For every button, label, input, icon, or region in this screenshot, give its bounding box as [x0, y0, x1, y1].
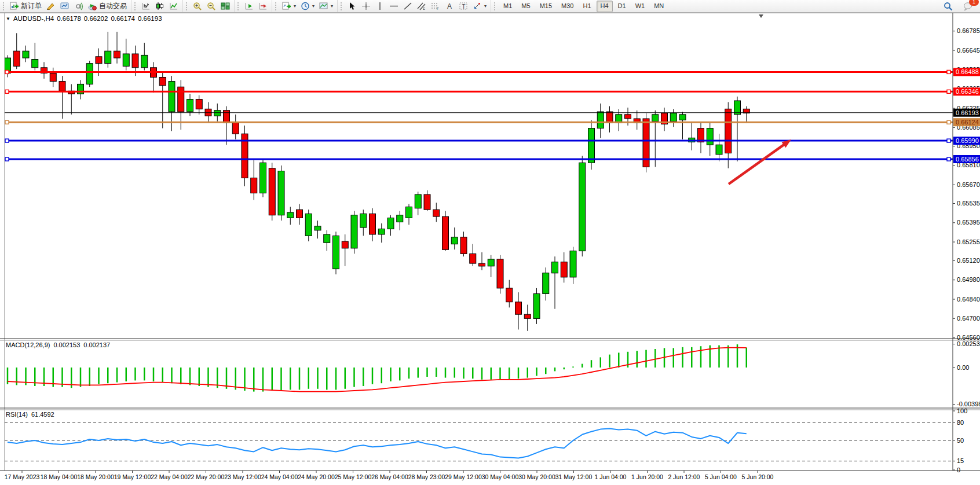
price-tick-label: 0.65395 [957, 219, 980, 226]
rsi-tick-label: 80 [957, 419, 964, 426]
hline-handle-left[interactable] [5, 120, 9, 124]
zoom-in-button[interactable] [191, 1, 204, 12]
auto-scroll-button[interactable] [242, 1, 256, 12]
hline-handle-right[interactable] [947, 120, 950, 124]
styler-button[interactable] [44, 1, 58, 12]
group-grip[interactable] [237, 2, 241, 10]
svg-text:T: T [462, 3, 466, 10]
hline-handle-left[interactable] [5, 70, 9, 74]
hline-0.65856[interactable] [5, 157, 953, 161]
tf-button-M5[interactable]: M5 [517, 1, 534, 12]
trendline-button[interactable] [401, 1, 415, 12]
hline-handle-right[interactable] [947, 70, 950, 74]
group-grip[interactable] [186, 2, 189, 10]
tf-button-M15[interactable]: M15 [536, 1, 556, 12]
tf-button-M1[interactable]: M1 [499, 1, 516, 12]
hline-handle-right[interactable] [947, 157, 950, 161]
clock-icon [301, 2, 310, 10]
hline-handle-left[interactable] [5, 139, 9, 142]
channel-icon: E [417, 2, 426, 10]
time-axis[interactable]: 17 May 202318 May 04:0018 May 20:0019 Ma… [5, 471, 774, 480]
tf-button-W1[interactable]: W1 [631, 1, 649, 12]
candlestick-button[interactable] [153, 1, 167, 12]
toolbar: 新订单自动交易▾▾▾EFAT▾M1M5M15M30H1H4D1W1MN1 [0, 0, 980, 13]
rsi-value: 61.4592 [31, 411, 54, 418]
macd-tick-label: 0.002534 [957, 340, 980, 347]
hline-button[interactable] [387, 1, 401, 12]
chevron-down-icon[interactable]: ▾ [294, 3, 296, 9]
zoom-out-button[interactable] [204, 1, 218, 12]
price-axis[interactable]: 0.667850.666450.665050.663650.662250.660… [953, 27, 980, 341]
low-value: 0.66174 [111, 15, 135, 22]
new-order-icon [10, 2, 19, 10]
indicators-button[interactable]: ▾ [280, 1, 298, 12]
tf-button-H1[interactable]: H1 [579, 1, 595, 12]
collapse-icon[interactable]: ▼ [6, 16, 10, 21]
hline-price-badge: 0.66488 [956, 68, 979, 75]
chart-shift-button[interactable] [256, 1, 270, 12]
tf-button-MN[interactable]: MN [650, 1, 668, 12]
vline-button[interactable] [373, 1, 387, 12]
bar-chart-button[interactable] [139, 1, 153, 12]
time-tick-label: 24 May 04:00 [261, 473, 298, 480]
cursor-button[interactable] [345, 1, 359, 12]
tile-windows-button[interactable] [218, 1, 232, 12]
annotation-arrow[interactable] [729, 139, 791, 184]
tf-button-D1[interactable]: D1 [614, 1, 630, 12]
shapes-button[interactable]: ▾ [470, 1, 489, 12]
toolbar-group-trade: 新订单自动交易 [0, 0, 131, 12]
terminal-button[interactable] [58, 1, 72, 12]
group-grip[interactable] [494, 2, 498, 10]
hline-handle-left[interactable] [5, 90, 9, 93]
label-button[interactable]: T [456, 1, 470, 12]
price-tick-label: 0.65670 [957, 181, 980, 188]
chevron-down-icon[interactable]: ▾ [331, 3, 333, 9]
line-chart-button[interactable] [167, 1, 181, 12]
group-grip[interactable] [275, 2, 279, 10]
time-tick-label: 22 May 04:00 [151, 473, 188, 480]
autotrade-button[interactable]: 自动交易 [86, 1, 129, 12]
hline-handle-right[interactable] [947, 90, 950, 93]
text-button[interactable]: A [443, 1, 456, 12]
indicators-icon [282, 2, 291, 10]
crosshair-button[interactable] [359, 1, 373, 12]
channel-button[interactable]: E [415, 1, 429, 12]
price-chart-canvas[interactable]: 0.667850.666450.665050.663650.662250.660… [0, 13, 980, 485]
tf-button-H4[interactable]: H4 [597, 1, 613, 12]
group-grip[interactable] [134, 2, 138, 10]
candles-layer [5, 32, 750, 331]
hline-0.66488[interactable] [5, 70, 953, 74]
tf-button-M30[interactable]: M30 [557, 1, 577, 12]
hline-handle-right[interactable] [947, 139, 950, 142]
text-box-icon: T [459, 2, 468, 10]
time-tick-label: 24 May 20:00 [298, 473, 335, 480]
hline-0.66124[interactable] [5, 120, 953, 124]
shapes-icon [473, 2, 482, 10]
group-grip[interactable] [341, 2, 344, 10]
group-grip[interactable] [3, 2, 6, 10]
hline-0.66346[interactable] [5, 90, 953, 93]
hline-0.65990[interactable] [5, 139, 953, 142]
periods-button[interactable]: ▾ [298, 1, 317, 12]
time-tick-label: 19 May 12:00 [114, 473, 151, 480]
time-tick-label: 26 May 04:00 [371, 473, 408, 480]
notifications-button[interactable]: 1 [961, 1, 975, 12]
chevron-down-icon[interactable]: ▾ [484, 3, 487, 9]
new-order-button-label: 新订单 [21, 1, 42, 11]
cursor-icon [348, 2, 357, 10]
templates-button[interactable]: ▾ [317, 1, 335, 12]
terminal-icon [60, 2, 70, 10]
chart-window[interactable]: 0.667850.666450.665050.663650.662250.660… [0, 13, 980, 485]
hline-handle-left[interactable] [5, 157, 9, 161]
search-button[interactable] [941, 1, 955, 12]
chart-shift-marker[interactable] [759, 14, 763, 18]
rsi-line [8, 429, 747, 458]
auto-scroll-icon [244, 2, 254, 10]
new-order-button[interactable]: 新订单 [8, 1, 44, 12]
chevron-down-icon[interactable]: ▾ [312, 3, 315, 9]
macd-tick-label: -0.003981 [957, 401, 980, 407]
chart-title: ▼ AUDUSD-,H4 0.66178 0.66202 0.66174 0.6… [6, 15, 162, 22]
fibonacci-button[interactable]: F [429, 1, 443, 12]
news-button[interactable] [72, 1, 86, 12]
time-tick-label: 18 May 20:00 [77, 473, 114, 480]
